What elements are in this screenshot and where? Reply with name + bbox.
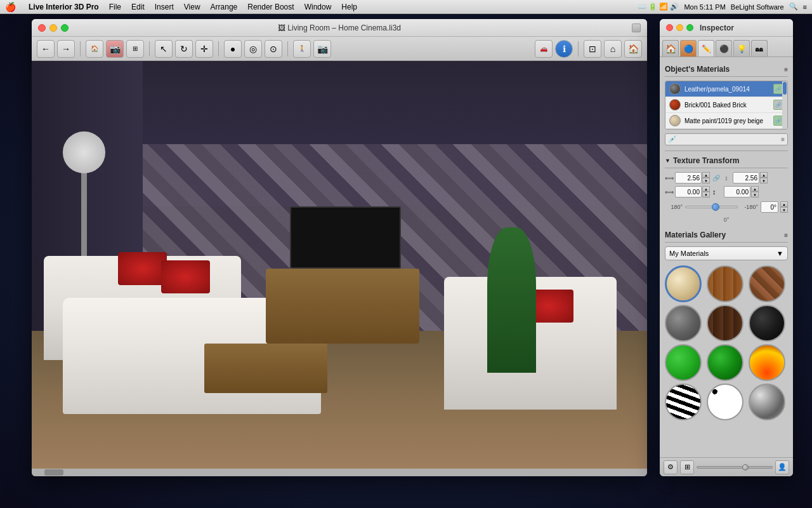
gallery-item-dark-wood[interactable] (707, 305, 743, 342)
tv-unit[interactable] (266, 269, 420, 344)
material-name-matte: Matte paint/1019 grey beige (684, 117, 769, 124)
cylinder-tool-button[interactable]: ⊙ (265, 40, 282, 58)
object-button[interactable]: 🚗 (535, 40, 553, 58)
transform-w-up[interactable]: ▲ (702, 172, 710, 178)
floorplan-3d-button[interactable]: ⊞ (126, 40, 144, 58)
inspector-tab-light[interactable]: 💡 (733, 40, 750, 57)
minimize-button[interactable] (49, 24, 57, 32)
inspector-minimize-button[interactable] (676, 24, 683, 31)
gallery-item-chrome[interactable] (749, 384, 785, 420)
window-collapse-button[interactable] (632, 23, 641, 32)
transform-x-field: ▲ ▼ (675, 186, 710, 197)
nav-back-button[interactable]: ← (37, 40, 55, 58)
menu-help[interactable]: Help (341, 3, 357, 11)
transform-y-up[interactable]: ▲ (751, 186, 759, 192)
material-item-leather[interactable]: Leather/pamela_09014 🔗 (665, 81, 787, 97)
canvas-area[interactable] (32, 61, 647, 476)
cursor-tool-button[interactable]: ↖ (155, 40, 173, 58)
menu-render[interactable]: Render Boost (247, 3, 294, 11)
inspector-maximize-button[interactable] (686, 24, 693, 31)
menu-insert[interactable]: Insert (155, 3, 174, 11)
inspector-settings-button[interactable]: ⚙ (664, 460, 678, 474)
material-item-matte[interactable]: Matte paint/1019 grey beige 🔗 (665, 113, 787, 129)
close-button[interactable] (38, 24, 46, 32)
transform-x-input[interactable] (675, 186, 702, 197)
menu-arrange[interactable]: Arrange (211, 3, 238, 11)
transform-y-down[interactable]: ▼ (751, 192, 759, 197)
transform-h-up[interactable]: ▲ (760, 172, 768, 178)
apple-menu[interactable]: 🍎 (5, 2, 16, 12)
inspector-add-button[interactable]: ⊞ (680, 460, 694, 474)
menu-window[interactable]: Window (304, 3, 332, 11)
camera-button[interactable]: 📷 (313, 40, 331, 58)
coffee-table[interactable] (204, 344, 327, 393)
inspector-photo-button[interactable]: 👤 (775, 460, 789, 474)
rotation-down[interactable]: ▼ (780, 207, 788, 213)
materials-scrollbar[interactable] (782, 81, 787, 129)
view-3d-button[interactable]: 🏠 (624, 40, 642, 58)
material-item-brick[interactable]: Brick/001 Baked Brick 🔗 (665, 97, 787, 113)
rotation-slider-track[interactable] (685, 206, 738, 208)
search-icon[interactable]: 🔍 (789, 3, 798, 11)
rotation-slider-thumb[interactable] (712, 203, 719, 211)
walk-tool-button[interactable]: 🚶 (293, 40, 311, 58)
gallery-item-fire[interactable] (749, 344, 785, 381)
inspector-tab-material[interactable]: 🔵 (680, 40, 697, 57)
floorplan-2d-button[interactable]: 🏠 (86, 40, 103, 58)
transform-h-input[interactable] (733, 172, 759, 184)
rotation-up[interactable]: ▲ (780, 201, 788, 207)
rotate-tool-button[interactable]: ↻ (175, 40, 193, 58)
inspector-tab-object[interactable]: 🏠 (662, 40, 679, 57)
inspector-tab-scene[interactable]: 🏘 (751, 40, 768, 57)
menu-edit[interactable]: Edit (131, 3, 145, 11)
plant[interactable] (487, 227, 537, 373)
canvas-scrollbar[interactable] (32, 469, 647, 476)
gallery-item-spots[interactable] (707, 384, 743, 420)
transform-h-down[interactable]: ▼ (760, 178, 768, 184)
transform-x-up[interactable]: ▲ (702, 186, 710, 192)
transform-x-down[interactable]: ▼ (702, 192, 710, 197)
view-house-button[interactable]: ⌂ (604, 40, 622, 58)
canvas-scroll-thumb[interactable] (44, 469, 63, 476)
maximize-button[interactable] (61, 24, 69, 32)
inspector-panel: Inspector 🏠 🔵 ✏️ ⚫ 💡 🏘 Object's Material… (660, 19, 793, 476)
app-name[interactable]: Live Interior 3D Pro (29, 3, 99, 11)
gallery-item-brown-tile[interactable] (749, 265, 785, 302)
view-ortho-button[interactable]: ⊡ (584, 40, 601, 58)
material-search-input[interactable] (679, 136, 778, 144)
disk-tool-button[interactable]: ◎ (244, 40, 262, 58)
gallery-item-cream[interactable] (665, 265, 702, 302)
render-photo-button[interactable]: 📷 (106, 40, 124, 58)
inspector-zoom-thumb[interactable] (742, 464, 749, 471)
materials-menu-icon[interactable]: ≡ (784, 66, 788, 73)
nav-forward-button[interactable]: → (57, 40, 75, 58)
gallery-item-wood[interactable] (707, 265, 743, 302)
gallery-dropdown[interactable]: My Materials ▼ (665, 246, 788, 260)
inspector-zoom-slider[interactable] (697, 466, 773, 469)
transform-y-input[interactable] (724, 186, 750, 197)
move-tool-button[interactable]: ✛ (195, 40, 213, 58)
inspector-close-button[interactable] (666, 24, 673, 31)
gallery-item-zebra[interactable] (665, 384, 702, 420)
menu-extras-icon[interactable]: ≡ (803, 3, 807, 11)
gallery-menu-icon[interactable]: ≡ (784, 232, 788, 239)
gallery-item-metal[interactable] (665, 305, 702, 342)
menu-view[interactable]: View (184, 3, 200, 11)
menu-file[interactable]: File (109, 3, 121, 11)
transform-w-input[interactable] (675, 172, 702, 184)
texture-transform-triangle[interactable]: ▼ (665, 157, 671, 164)
rotation-degree-input[interactable] (761, 201, 778, 213)
transform-w-down[interactable]: ▼ (702, 178, 710, 184)
materials-options-icon[interactable]: ≡ (781, 136, 785, 143)
inspector-tab-texture[interactable]: ✏️ (698, 40, 714, 57)
transform-link-icon[interactable]: 🔗 (712, 175, 720, 182)
sphere-tool-button[interactable]: ● (224, 40, 242, 58)
info-button[interactable]: ℹ (555, 40, 573, 58)
gallery-item-green[interactable] (665, 344, 702, 381)
materials-scroll-thumb[interactable] (783, 82, 787, 95)
gallery-item-green2[interactable] (707, 344, 743, 381)
eyedropper-icon[interactable]: 💉 (668, 135, 677, 144)
gallery-item-black[interactable] (749, 305, 785, 342)
inspector-tab-color[interactable]: ⚫ (716, 40, 732, 57)
materials-gallery-header: Materials Gallery ≡ (665, 228, 788, 243)
